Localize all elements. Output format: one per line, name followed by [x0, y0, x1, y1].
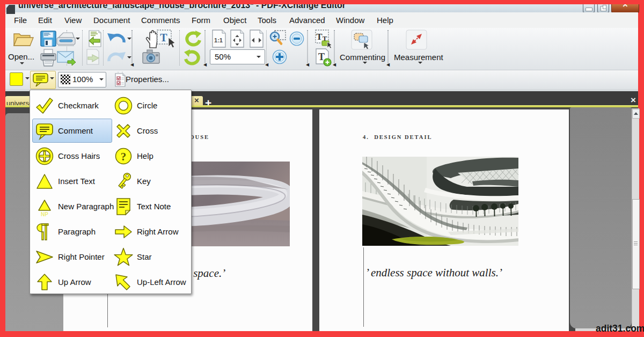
svg-text:T: T — [160, 32, 167, 43]
svg-text:T: T — [316, 32, 323, 42]
svg-text:1:1: 1:1 — [214, 37, 223, 43]
svg-text:NP: NP — [41, 211, 48, 217]
svg-text:?: ? — [121, 150, 127, 163]
